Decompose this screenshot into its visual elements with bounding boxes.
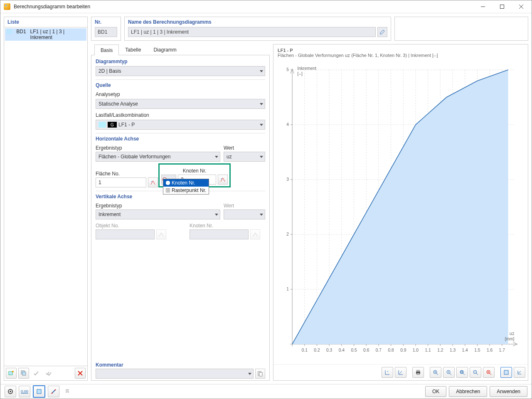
h-ergebnistyp-select[interactable]: Flächen - Globale Verformungen <box>96 152 220 162</box>
svg-text:[mm]: [mm] <box>505 336 515 341</box>
svg-text:0.1: 0.1 <box>302 347 308 352</box>
svg-text:Inkrement: Inkrement <box>297 66 316 71</box>
maximize-button[interactable] <box>493 0 512 13</box>
flaeche-input[interactable]: 1 <box>96 177 146 187</box>
pick-flaeche-button[interactable] <box>148 177 158 187</box>
popup-opt-raster[interactable]: Rasterpunkt Nr. <box>163 187 209 194</box>
zoom-out-button[interactable] <box>470 367 481 378</box>
color-swatch <box>99 122 106 128</box>
diagrammtyp-select[interactable]: 2D | Basis <box>96 66 265 76</box>
svg-text:1.7: 1.7 <box>499 347 505 352</box>
popup-opt-label: Knoten Nr. <box>172 180 195 186</box>
delete-button[interactable] <box>75 368 86 379</box>
name-header: Name des Berechnungsdiagramms <box>125 17 391 27</box>
list-item-id: BD1 <box>16 29 26 40</box>
svg-line-96 <box>463 373 465 375</box>
name-panel: Name des Berechnungsdiagramms LF1 | uᴢ |… <box>124 17 391 41</box>
cancel-label: Abbrechen <box>456 389 480 394</box>
help-button[interactable] <box>5 386 16 397</box>
toggle-axes-button[interactable] <box>514 367 525 378</box>
list-item[interactable]: BD1 LF1 | uz | 1 | 3 | Inkrement <box>5 28 86 41</box>
section-kommentar: Kommentar <box>96 362 265 368</box>
analysetyp-label: Analysetyp <box>96 91 265 97</box>
statusbar: 0,00 OK Abbrechen Anwenden <box>0 384 532 399</box>
ok-label: OK <box>432 389 439 394</box>
close-button[interactable] <box>512 0 531 13</box>
kommentar-copy-button[interactable] <box>255 369 265 379</box>
section-diagrammtyp: Diagrammtyp <box>96 59 265 64</box>
popup-opt-knoten[interactable]: Knoten Nr. <box>163 179 209 187</box>
section-hachse: Horizontale Achse <box>96 133 265 142</box>
options-button[interactable] <box>62 386 73 397</box>
svg-line-94 <box>450 373 451 375</box>
apply-label: Anwenden <box>497 389 520 394</box>
lastfall-label: Lastfall/Lastkombination <box>96 112 265 118</box>
lastfall-select[interactable]: GLF1 - P <box>96 120 265 130</box>
tab-basis[interactable]: Basis <box>94 44 119 55</box>
v-ergebnistyp-value: Inkrement <box>99 212 121 217</box>
flaeche-value: 1 <box>99 180 101 185</box>
zoom-window-button[interactable] <box>456 367 468 378</box>
svg-rect-87 <box>417 370 419 372</box>
popup-opt-label: Rasterpunkt Nr. <box>172 187 206 193</box>
h-ergebnistyp-value: Flächen - Globale Verformungen <box>99 154 170 160</box>
chart-subtitle: Flächen - Globale Verformungen uᴢ (Fläch… <box>278 53 524 58</box>
analysetyp-select[interactable]: Statische Analyse <box>96 99 265 109</box>
svg-line-99 <box>476 373 478 375</box>
v-objekt-input <box>96 229 155 239</box>
v-knoten-label: Knoten Nr. <box>190 223 260 229</box>
nr-panel: Nr. BD1 <box>91 17 121 41</box>
copy-item-button[interactable] <box>18 368 29 379</box>
pick-knoten-button[interactable] <box>218 175 228 185</box>
chart-title: LF1 - P <box>278 48 524 53</box>
axis-y-button[interactable] <box>395 367 406 378</box>
minimize-button[interactable] <box>473 0 493 13</box>
svg-text:0.4: 0.4 <box>339 347 345 352</box>
chevron-down-icon <box>260 124 263 126</box>
ok-button[interactable]: OK <box>425 386 446 397</box>
svg-point-111 <box>52 393 53 394</box>
svg-rect-88 <box>417 373 419 374</box>
kommentar-select[interactable] <box>96 369 254 379</box>
svg-text:0.9: 0.9 <box>400 347 406 352</box>
svg-rect-12 <box>259 372 262 376</box>
tab-tabelle[interactable]: Tabelle <box>119 44 147 55</box>
h-wert-select[interactable]: uz <box>224 152 265 162</box>
print-button[interactable] <box>412 367 424 378</box>
axis-x-button[interactable]: + <box>382 367 393 378</box>
lastfall-value: LF1 - P <box>118 122 135 128</box>
chart-panel: LF1 - P Flächen - Globale Verformungen u… <box>273 44 528 381</box>
svg-rect-109 <box>37 389 41 394</box>
svg-text:1.1: 1.1 <box>425 347 431 352</box>
check-button[interactable] <box>31 368 42 379</box>
section-quelle: Quelle <box>96 79 265 88</box>
zoom-in-button[interactable] <box>430 367 441 378</box>
view-mode-button[interactable] <box>33 385 45 398</box>
svg-text:4: 4 <box>286 122 289 127</box>
chevron-down-icon <box>215 156 218 158</box>
zoom-reset-button[interactable] <box>483 367 495 378</box>
name-value: LF1 | uᴢ | 1 | 3 | Inkrement <box>128 27 376 37</box>
svg-point-10 <box>221 178 222 179</box>
h-wert-label: Wert <box>224 145 265 151</box>
cancel-button[interactable]: Abbrechen <box>449 386 487 397</box>
units-button[interactable]: 0,00 <box>19 386 30 397</box>
svg-rect-6 <box>22 372 26 375</box>
svg-text:uᴢ: uᴢ <box>510 331 515 336</box>
check-all-button[interactable] <box>43 368 54 379</box>
svg-text:1.3: 1.3 <box>450 347 456 352</box>
spare-panel <box>394 17 528 41</box>
members-button[interactable] <box>48 386 59 397</box>
apply-button[interactable]: Anwenden <box>490 386 527 397</box>
new-item-button[interactable] <box>6 368 17 379</box>
svg-text:0.5: 0.5 <box>351 347 357 352</box>
toggle-grid-button[interactable] <box>500 367 512 378</box>
svg-line-110 <box>52 390 55 393</box>
edit-name-button[interactable] <box>377 27 387 37</box>
h-ergebnistyp-label: Ergebnistyp <box>96 145 220 151</box>
svg-text:5: 5 <box>286 67 289 72</box>
v-ergebnistyp-select[interactable]: Inkrement <box>96 209 220 219</box>
zoom-pan-button[interactable] <box>443 367 455 378</box>
svg-text:0.3: 0.3 <box>326 347 332 352</box>
tab-diagramm[interactable]: Diagramm <box>147 44 182 55</box>
